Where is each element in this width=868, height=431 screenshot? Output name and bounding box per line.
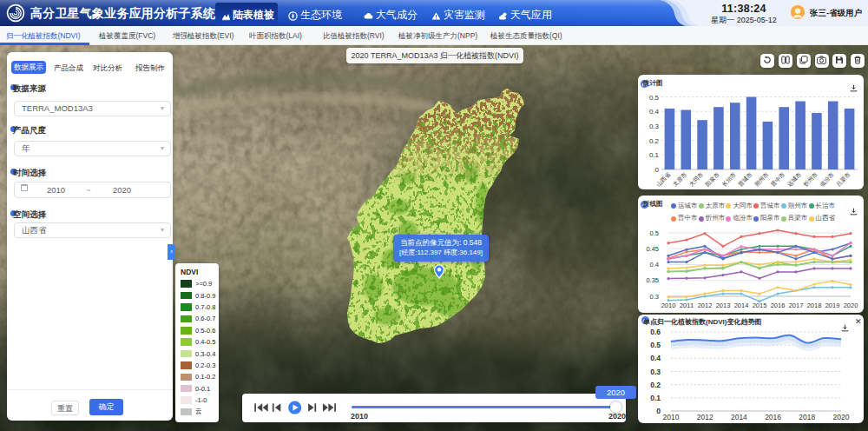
svg-text:2017: 2017 <box>789 302 804 309</box>
svg-text:0.45: 0.45 <box>646 245 659 253</box>
svg-text:0.3: 0.3 <box>650 368 661 376</box>
svg-text:0: 0 <box>656 407 661 415</box>
svg-text:0.2: 0.2 <box>649 137 660 145</box>
svg-text:0.4: 0.4 <box>650 261 659 269</box>
svg-text:0.5: 0.5 <box>650 341 661 349</box>
svg-text:0.3: 0.3 <box>650 293 659 301</box>
svg-text:2012: 2012 <box>697 413 713 421</box>
svg-text:长治市: 长治市 <box>720 171 738 189</box>
svg-text:2011: 2011 <box>680 302 694 309</box>
svg-text:2010: 2010 <box>661 302 676 309</box>
svg-text:0.4: 0.4 <box>650 354 661 362</box>
svg-text:0.2: 0.2 <box>650 381 661 389</box>
svg-text:0: 0 <box>655 166 660 174</box>
svg-text:0.1: 0.1 <box>649 151 660 159</box>
svg-text:0.6: 0.6 <box>650 328 661 336</box>
svg-text:临汾市: 临汾市 <box>819 171 836 189</box>
svg-text:大同市: 大同市 <box>687 171 704 188</box>
svg-text:2014: 2014 <box>734 302 749 309</box>
svg-text:朔州市: 朔州市 <box>753 171 771 189</box>
svg-text:0.5: 0.5 <box>650 229 659 237</box>
svg-text:晋城市: 晋城市 <box>737 171 753 188</box>
svg-text:2010: 2010 <box>663 413 680 421</box>
svg-text:2016: 2016 <box>765 413 781 421</box>
svg-text:2013: 2013 <box>716 302 731 309</box>
svg-text:2020: 2020 <box>844 302 858 309</box>
svg-text:2019: 2019 <box>825 302 840 309</box>
svg-text:0.1: 0.1 <box>650 394 661 402</box>
svg-text:2014: 2014 <box>731 413 747 421</box>
svg-text:0.5: 0.5 <box>649 94 660 102</box>
svg-text:2018: 2018 <box>799 413 815 421</box>
svg-text:太原市: 太原市 <box>672 171 688 188</box>
svg-text:阳泉市: 阳泉市 <box>704 171 721 189</box>
svg-text:吕梁市: 吕梁市 <box>835 171 852 188</box>
svg-text:2020: 2020 <box>833 413 850 421</box>
svg-text:晋中市: 晋中市 <box>770 171 786 188</box>
svg-text:2016: 2016 <box>771 302 786 309</box>
svg-text:忻州市: 忻州市 <box>802 171 819 189</box>
svg-text:0.4: 0.4 <box>649 108 660 116</box>
svg-text:2012: 2012 <box>698 302 713 309</box>
svg-text:运城市: 运城市 <box>786 171 802 188</box>
svg-text:0.35: 0.35 <box>646 276 659 284</box>
svg-text:0.3: 0.3 <box>649 123 660 130</box>
svg-text:2018: 2018 <box>807 302 822 309</box>
